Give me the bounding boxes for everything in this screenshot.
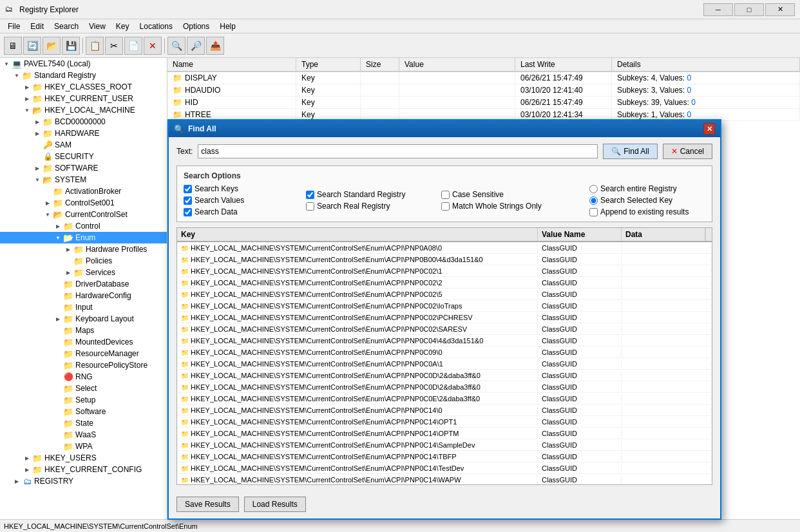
- tree-item-setup[interactable]: 📁 Setup: [0, 394, 167, 406]
- tree-item-hkcr[interactable]: ▶ 📁 HKEY_CLASSES_ROOT: [0, 81, 167, 93]
- toolbar-copy-btn[interactable]: 📋: [86, 37, 104, 55]
- tree-item-hklm[interactable]: ▼ 📂 HKEY_LOCAL_MACHINE: [0, 104, 167, 116]
- col-header-name[interactable]: Name: [167, 58, 296, 71]
- append-results-checkbox[interactable]: Append to existing results: [589, 207, 731, 216]
- tree-item-mounteddevices[interactable]: 📁 MountedDevices: [0, 336, 167, 348]
- tree-item-policies[interactable]: 📁 Policies: [0, 255, 167, 267]
- menu-key[interactable]: Key: [111, 21, 135, 32]
- results-row[interactable]: 📁HKEY_LOCAL_MACHINE\SYSTEM\CurrentContro…: [177, 347, 712, 358]
- dialog-title-bar[interactable]: 🔍 Find All ✕: [169, 120, 720, 137]
- tree-panel[interactable]: ▼ 💻 PAVEL7540 (Local) ▼ 📁 Standard Regis…: [0, 58, 167, 519]
- tree-item-software2[interactable]: 📁 Software: [0, 406, 167, 417]
- tree-item-resourcepolicystore[interactable]: 📁 ResourcePolicyStore: [0, 359, 167, 371]
- tree-item-hardware[interactable]: ▶ 📁 HARDWARE: [0, 128, 167, 139]
- results-row[interactable]: 📁HKEY_LOCAL_MACHINE\SYSTEM\CurrentContro…: [177, 393, 712, 404]
- tree-item-currentcontrolset[interactable]: ▼ 📂 CurrentControlSet: [0, 209, 167, 220]
- menu-search[interactable]: Search: [49, 21, 84, 32]
- tree-item-wpa[interactable]: 📁 WPA: [0, 441, 167, 452]
- col-header-type[interactable]: Type: [296, 58, 361, 71]
- tree-item-registry[interactable]: ▶ 🗂 REGISTRY: [0, 475, 167, 487]
- tree-item-hku[interactable]: ▶ 📁 HKEY_USERS: [0, 452, 167, 464]
- results-row[interactable]: 📁HKEY_LOCAL_MACHINE\SYSTEM\CurrentContro…: [177, 439, 712, 451]
- tree-item-enum[interactable]: ▼ 📂 Enum: [0, 232, 167, 243]
- tree-item-activationbroker[interactable]: 📁 ActivationBroker: [0, 185, 167, 197]
- search-input[interactable]: [198, 144, 598, 158]
- tree-item-driverdatabase[interactable]: 📁 DriverDatabase: [0, 278, 167, 290]
- toolbar-paste-btn[interactable]: 📄: [124, 37, 142, 55]
- tree-item-services[interactable]: ▶ 📁 Services: [0, 267, 167, 278]
- col-header-key[interactable]: Key: [177, 228, 538, 241]
- search-keys-checkbox[interactable]: Search Keys: [184, 184, 300, 193]
- results-row[interactable]: 📁HKEY_LOCAL_MACHINE\SYSTEM\CurrentContro…: [177, 265, 712, 277]
- menu-edit[interactable]: Edit: [25, 21, 49, 32]
- match-whole-strings-checkbox[interactable]: Match Whole Strings Only: [441, 202, 583, 211]
- save-results-btn[interactable]: Save Results: [176, 497, 239, 512]
- results-row[interactable]: 📁HKEY_LOCAL_MACHINE\SYSTEM\CurrentContro…: [177, 428, 712, 439]
- toolbar-find2-btn[interactable]: 🔎: [187, 37, 205, 55]
- tree-item-bcd[interactable]: ▶ 📁 BCD00000000: [0, 116, 167, 128]
- tree-item-security[interactable]: 🔒 SECURITY: [0, 151, 167, 162]
- cancel-btn[interactable]: ✕ Cancel: [663, 144, 712, 159]
- col-header-data[interactable]: Data: [622, 228, 705, 241]
- col-header-size[interactable]: Size: [361, 58, 399, 71]
- results-area[interactable]: Key Value Name Data 📁HKEY_LOCAL_MACHINE\…: [176, 227, 712, 485]
- tree-item-system[interactable]: ▼ 📂 SYSTEM: [0, 174, 167, 185]
- tree-item-hkcc[interactable]: ▶ 📁 HKEY_CURRENT_CONFIG: [0, 464, 167, 475]
- results-row[interactable]: 📁HKEY_LOCAL_MACHINE\SYSTEM\CurrentContro…: [177, 370, 712, 381]
- minimize-btn[interactable]: ─: [703, 3, 733, 16]
- table-row[interactable]: 📁DISPLAY Key 06/26/21 15:47:49 Subkeys: …: [167, 72, 800, 84]
- load-results-btn[interactable]: Load Results: [244, 497, 306, 512]
- toolbar-save-btn[interactable]: 💾: [62, 37, 80, 55]
- tree-item-controlset001[interactable]: ▶ 📁 ControlSet001: [0, 197, 167, 209]
- menu-options[interactable]: Options: [178, 21, 214, 32]
- col-header-valname[interactable]: Value Name: [538, 228, 622, 241]
- tree-item-hardware-profiles[interactable]: ▶ 📁 Hardware Profiles: [0, 243, 167, 255]
- results-row[interactable]: 📁HKEY_LOCAL_MACHINE\SYSTEM\CurrentContro…: [177, 277, 712, 289]
- search-data-checkbox[interactable]: Search Data: [184, 207, 300, 216]
- menu-locations[interactable]: Locations: [135, 21, 178, 32]
- col-header-lastwrite[interactable]: Last Write: [515, 58, 612, 71]
- tree-item-state[interactable]: 📁 State: [0, 417, 167, 429]
- results-row[interactable]: 📁HKEY_LOCAL_MACHINE\SYSTEM\CurrentContro…: [177, 312, 712, 323]
- tree-item-standard-registry[interactable]: ▼ 📁 Standard Registry: [0, 70, 167, 81]
- tree-item-sam[interactable]: 🔑 SAM: [0, 139, 167, 151]
- dialog-close-btn[interactable]: ✕: [703, 123, 715, 135]
- results-row[interactable]: 📁HKEY_LOCAL_MACHINE\SYSTEM\CurrentContro…: [177, 289, 712, 300]
- results-row[interactable]: 📁HKEY_LOCAL_MACHINE\SYSTEM\CurrentContro…: [177, 242, 712, 254]
- results-row[interactable]: 📁HKEY_LOCAL_MACHINE\SYSTEM\CurrentContro…: [177, 300, 712, 312]
- find-all-btn[interactable]: 🔍 Find All: [603, 144, 657, 159]
- results-row[interactable]: 📁HKEY_LOCAL_MACHINE\SYSTEM\CurrentContro…: [177, 335, 712, 347]
- results-row[interactable]: 📁HKEY_LOCAL_MACHINE\SYSTEM\CurrentContro…: [177, 254, 712, 265]
- results-row[interactable]: 📁HKEY_LOCAL_MACHINE\SYSTEM\CurrentContro…: [177, 474, 712, 485]
- toolbar-refresh-btn[interactable]: 🔄: [23, 37, 41, 55]
- tree-item-rng[interactable]: 🔴 RNG: [0, 371, 167, 383]
- tree-item-waas[interactable]: 📁 WaaS: [0, 429, 167, 441]
- results-row[interactable]: 📁HKEY_LOCAL_MACHINE\SYSTEM\CurrentContro…: [177, 462, 712, 474]
- tree-item-hkcu[interactable]: ▶ 📁 HKEY_CURRENT_USER: [0, 93, 167, 104]
- tree-item-pavel7540[interactable]: ▼ 💻 PAVEL7540 (Local): [0, 58, 167, 70]
- toolbar-open-btn[interactable]: 📂: [43, 37, 61, 55]
- toolbar-computer-btn[interactable]: 🖥: [4, 37, 22, 55]
- search-real-registry-checkbox[interactable]: Search Real Registry: [306, 202, 435, 211]
- close-btn[interactable]: ✕: [765, 3, 795, 16]
- results-row[interactable]: 📁HKEY_LOCAL_MACHINE\SYSTEM\CurrentContro…: [177, 416, 712, 428]
- toolbar-find1-btn[interactable]: 🔍: [167, 37, 186, 55]
- tree-item-hardwareconfig[interactable]: 📁 HardwareConfig: [0, 290, 167, 301]
- results-row[interactable]: 📁HKEY_LOCAL_MACHINE\SYSTEM\CurrentContro…: [177, 451, 712, 462]
- tree-item-keyboard-layout[interactable]: ▶ 📁 Keyboard Layout: [0, 313, 167, 325]
- tree-item-resourcemanager[interactable]: 📁 ResourceManager: [0, 348, 167, 359]
- results-row[interactable]: 📁HKEY_LOCAL_MACHINE\SYSTEM\CurrentContro…: [177, 358, 712, 370]
- menu-view[interactable]: View: [84, 21, 111, 32]
- col-header-value[interactable]: Value: [399, 58, 515, 71]
- tree-item-maps[interactable]: 📁 Maps: [0, 325, 167, 336]
- table-row[interactable]: 📁HID Key 06/26/21 15:47:49 Subkeys: 39, …: [167, 97, 800, 109]
- results-row[interactable]: 📁HKEY_LOCAL_MACHINE\SYSTEM\CurrentContro…: [177, 404, 712, 416]
- results-row[interactable]: 📁HKEY_LOCAL_MACHINE\SYSTEM\CurrentContro…: [177, 381, 712, 393]
- search-selected-key-radio[interactable]: Search Selected Key: [589, 196, 731, 205]
- col-header-details[interactable]: Details: [612, 58, 800, 71]
- toolbar-export-btn[interactable]: 📤: [206, 37, 224, 55]
- case-sensitive-checkbox[interactable]: Case Sensitive: [441, 190, 583, 199]
- table-row[interactable]: 📁HDAUDIO Key 03/10/20 12:41:40 Subkeys: …: [167, 84, 800, 97]
- tree-item-select[interactable]: 📁 Select: [0, 383, 167, 394]
- tree-item-input[interactable]: 📁 Input: [0, 301, 167, 313]
